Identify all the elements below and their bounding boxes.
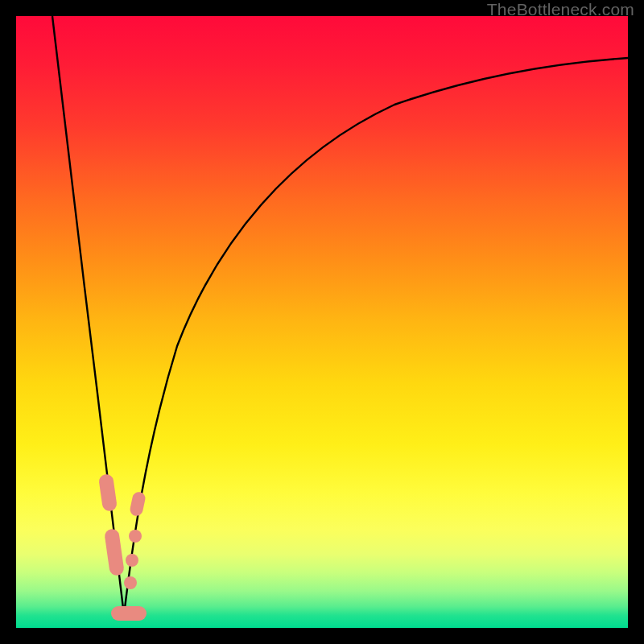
watermark-text: TheBottleneck.com bbox=[487, 0, 634, 19]
marker-bottom-blob bbox=[111, 606, 147, 621]
chart-svg bbox=[16, 16, 628, 628]
left-branch-line bbox=[52, 16, 124, 615]
marker-left-cluster-bottom bbox=[104, 528, 125, 576]
curve-group bbox=[52, 16, 628, 615]
svg-rect-0 bbox=[98, 473, 118, 512]
svg-rect-3 bbox=[129, 491, 147, 518]
svg-rect-1 bbox=[104, 528, 125, 576]
marker-right-cap-1 bbox=[129, 491, 147, 518]
right-branch-line bbox=[124, 58, 628, 615]
marker-right-dot-1 bbox=[129, 530, 142, 543]
plot-area bbox=[16, 16, 628, 628]
marker-right-dot-2 bbox=[126, 554, 138, 567]
chart-frame: TheBottleneck.com bbox=[0, 0, 644, 644]
marker-left-cluster-top bbox=[98, 473, 118, 512]
svg-rect-2 bbox=[111, 606, 147, 621]
marker-right-dot-3 bbox=[124, 576, 137, 589]
